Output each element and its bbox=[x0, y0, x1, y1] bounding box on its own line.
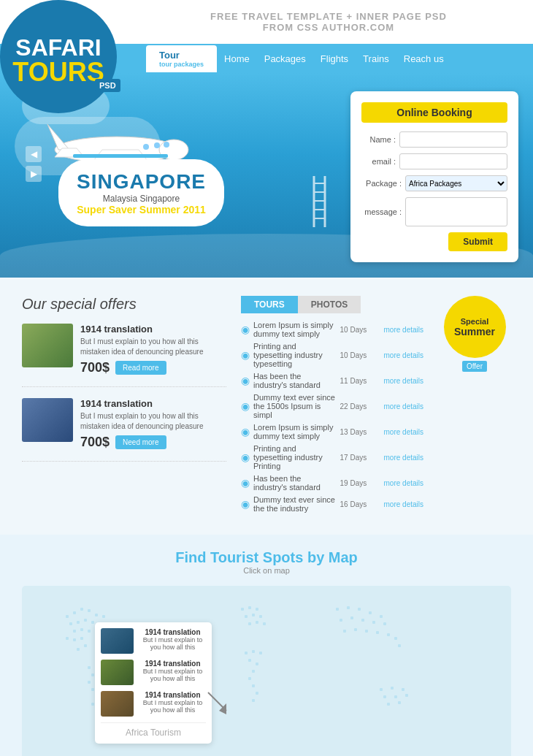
svg-rect-84 bbox=[387, 703, 390, 706]
tour-bullet: ◉ bbox=[241, 498, 250, 510]
tour-list-item: ◉ Has been the industry's standard 11 Da… bbox=[241, 372, 423, 389]
email-input[interactable] bbox=[399, 153, 507, 169]
read-more-button[interactable]: Read more bbox=[115, 361, 166, 375]
offer-image bbox=[22, 398, 73, 442]
svg-rect-55 bbox=[256, 663, 258, 665]
popup-item: 1914 translation But I must explain to y… bbox=[101, 660, 206, 685]
ladder-decoration bbox=[310, 176, 329, 230]
tour-days: 11 Days bbox=[340, 377, 380, 385]
svg-rect-62 bbox=[347, 606, 350, 609]
svg-rect-16 bbox=[66, 615, 69, 618]
offer-image bbox=[22, 324, 73, 367]
offers-section: Our special offers 1914 translation But … bbox=[0, 278, 533, 535]
logo-circle: SAFARI TOURS bbox=[0, 0, 117, 113]
tour-more-link[interactable]: more details bbox=[384, 500, 423, 508]
tour-name: Lorem Ipsum is simply dummy text simply bbox=[253, 321, 337, 338]
tour-list-item: ◉ Dummy text ever since the the industry… bbox=[241, 495, 423, 513]
booking-submit-button[interactable]: Submit bbox=[448, 232, 507, 251]
svg-rect-85 bbox=[398, 701, 401, 704]
offer-content: 1914 translation But I must explain to y… bbox=[80, 398, 226, 450]
map-title: Find Tourist Spots by Map bbox=[22, 549, 511, 566]
logo-tours: TOURS bbox=[12, 59, 104, 85]
svg-rect-54 bbox=[248, 659, 251, 662]
tour-bullet: ◉ bbox=[241, 324, 250, 335]
svg-point-7 bbox=[164, 142, 169, 148]
popup-image bbox=[101, 691, 134, 717]
nav-trains[interactable]: Trains bbox=[363, 53, 389, 64]
svg-rect-74 bbox=[376, 631, 379, 634]
tour-more-link[interactable]: more details bbox=[384, 351, 423, 359]
tour-more-link[interactable]: more details bbox=[384, 377, 423, 385]
offer-title: 1914 translation bbox=[80, 324, 226, 335]
popup-desc: But I must explain to you how all this bbox=[139, 668, 206, 682]
svg-rect-49 bbox=[256, 621, 258, 624]
svg-rect-27 bbox=[80, 628, 83, 631]
package-label: Package : bbox=[361, 179, 402, 188]
svg-rect-50 bbox=[263, 622, 266, 625]
svg-rect-24 bbox=[84, 619, 87, 622]
tour-list-item: ◉ Printing and typesetting industry Prin… bbox=[241, 444, 423, 470]
svg-rect-75 bbox=[387, 633, 390, 636]
nav-flights[interactable]: Flights bbox=[321, 53, 348, 64]
svg-rect-57 bbox=[248, 677, 251, 680]
message-label: message : bbox=[361, 207, 402, 216]
svg-rect-69 bbox=[372, 621, 375, 624]
destination-cloud: SINGAPORE Malaysia Singapore Super Saver… bbox=[58, 159, 224, 226]
tab-tours[interactable]: TOURS bbox=[241, 296, 298, 313]
tour-list: ◉ Lorem Ipsum is simply dummy text simpl… bbox=[241, 321, 423, 513]
svg-rect-63 bbox=[358, 608, 361, 611]
svg-rect-64 bbox=[369, 611, 372, 614]
nav-reach-us[interactable]: Reach us bbox=[404, 53, 444, 64]
badge-summer: Summer bbox=[454, 326, 495, 337]
svg-rect-56 bbox=[252, 670, 255, 673]
nav-tour-button[interactable]: Tour tour packages bbox=[146, 45, 217, 72]
offer-content: 1914 translation But I must explain to y… bbox=[80, 324, 226, 375]
svg-rect-20 bbox=[95, 614, 98, 616]
map-container[interactable]: 1914 translation But I must explain to y… bbox=[22, 586, 511, 756]
map-section: Find Tourist Spots by Map Click on map bbox=[0, 535, 533, 756]
svg-rect-67 bbox=[350, 616, 353, 619]
nav-home[interactable]: Home bbox=[224, 53, 250, 64]
badge-special: Special bbox=[461, 317, 489, 326]
svg-rect-53 bbox=[259, 652, 262, 654]
tour-days: 19 Days bbox=[340, 479, 380, 487]
header-tagline2: FROM CSS AUTHOR.COM bbox=[210, 22, 447, 33]
header-tagline: FREE TRAVEL TEMPLATE + INNER PAGE PSD bbox=[210, 11, 447, 22]
nav-packages[interactable]: Packages bbox=[264, 53, 306, 64]
tour-more-link[interactable]: more details bbox=[384, 428, 423, 436]
message-textarea[interactable] bbox=[405, 197, 507, 226]
tour-list-item: ◉ Lorem Ipsum is simply dummy text simpl… bbox=[241, 423, 423, 440]
svg-rect-78 bbox=[380, 688, 383, 691]
svg-rect-43 bbox=[248, 606, 251, 609]
svg-rect-72 bbox=[354, 628, 357, 631]
need-more-button[interactable]: Need more bbox=[115, 435, 166, 449]
destination-name: SINGAPORE bbox=[77, 170, 206, 194]
svg-rect-25 bbox=[91, 621, 94, 624]
tour-more-link[interactable]: more details bbox=[384, 454, 423, 462]
svg-rect-79 bbox=[391, 687, 394, 690]
tour-more-link[interactable]: more details bbox=[384, 326, 423, 334]
name-input[interactable] bbox=[399, 131, 507, 148]
package-select[interactable]: Africa Packages bbox=[405, 175, 507, 191]
tab-photos[interactable]: PHOTOS bbox=[298, 296, 361, 313]
svg-rect-71 bbox=[343, 630, 346, 633]
svg-rect-19 bbox=[88, 609, 91, 612]
popup-item: 1914 translation But I must explain to y… bbox=[101, 691, 206, 717]
offer-price: 700$ bbox=[80, 435, 110, 450]
tour-more-link[interactable]: more details bbox=[384, 402, 423, 411]
svg-rect-60 bbox=[252, 699, 255, 702]
offer-item: 1914 translation But I must explain to y… bbox=[22, 398, 226, 462]
tour-name: Printing and typesetting industry Printi… bbox=[253, 444, 337, 470]
popup-title: 1914 translation bbox=[139, 628, 206, 636]
svg-rect-28 bbox=[88, 630, 91, 633]
email-row: email : bbox=[361, 153, 507, 169]
svg-rect-35 bbox=[88, 666, 91, 669]
svg-rect-81 bbox=[383, 695, 386, 698]
svg-marker-2 bbox=[47, 124, 69, 150]
map-subtitle: Click on map bbox=[22, 566, 511, 575]
map-popup: 1914 translation But I must explain to y… bbox=[95, 622, 212, 744]
tour-name: Dummy text ever since the 1500s Ipsum is… bbox=[253, 393, 337, 419]
tour-more-link[interactable]: more details bbox=[384, 479, 423, 487]
special-badge: Special Summer Offer bbox=[438, 296, 511, 516]
svg-rect-34 bbox=[77, 648, 80, 651]
